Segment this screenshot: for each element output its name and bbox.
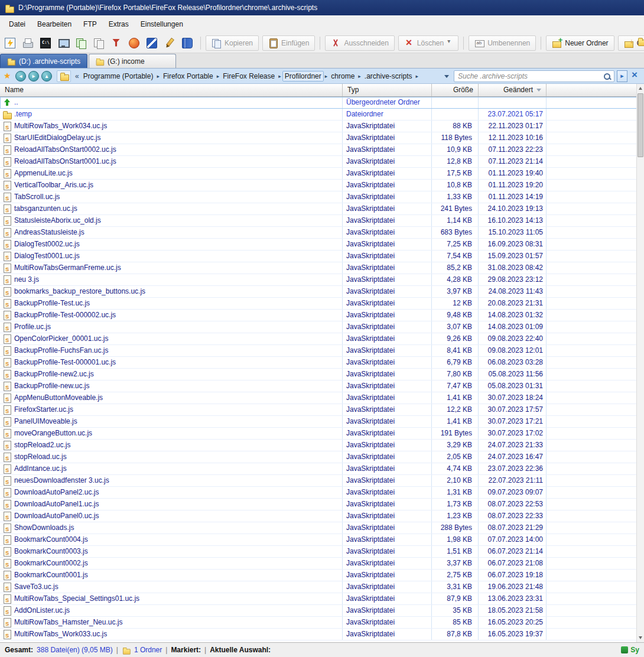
table-row[interactable]: OpenColorPicker_00001.uc.js JavaSkriptda… <box>0 333 644 345</box>
file-modified <box>479 97 547 108</box>
table-row[interactable]: StatusleisteAborix.uc_old.js JavaSkriptd… <box>0 215 644 227</box>
table-row[interactable]: BackupProfile-FuchsFan.uc.js JavaSkriptd… <box>0 345 644 357</box>
table-row[interactable]: ShowDownloads.js JavaSkriptdatei 288 Byt… <box>0 522 644 534</box>
filter-button[interactable] <box>109 35 124 51</box>
table-row[interactable]: BackupProfile-Test-000002.uc.js JavaSkri… <box>0 310 644 321</box>
table-row[interactable]: AppMenuButtonMoveable.js JavaSkriptdatei… <box>0 392 644 404</box>
table-row[interactable]: Profile.uc.js JavaSkriptdatei 3,07 KB 14… <box>0 321 644 333</box>
table-row[interactable]: .temp Dateiordner 23.07.2021 05:17 <box>0 109 644 121</box>
table-row[interactable]: ReloadAllTabsOnStart0002.uc.js JavaSkrip… <box>0 144 644 156</box>
table-row[interactable]: BackupProfile-new.uc.js JavaSkriptdatei … <box>0 380 644 392</box>
tab-label: (G:) income <box>108 57 145 66</box>
breadcrumb-item-programme-portable[interactable]: Programme (Portable) <box>81 71 156 82</box>
breadcrumb-item-firefox-release[interactable]: FireFox Release <box>220 71 277 82</box>
table-row[interactable]: DialogTest0001.uc.js JavaSkriptdatei 7,5… <box>0 251 644 262</box>
menu-item-ftp[interactable]: FTP <box>78 18 102 31</box>
table-row[interactable]: BookmarkCount0002.js JavaSkriptdatei 3,3… <box>0 558 644 570</box>
back-button[interactable] <box>15 71 26 82</box>
table-row[interactable]: stopReload.uc.js JavaSkriptdatei 2,05 KB… <box>0 451 644 463</box>
table-row[interactable]: neu 3.js JavaSkriptdatei 4,28 KB 29.08.2… <box>0 274 644 286</box>
search-input[interactable] <box>454 71 614 82</box>
row-filler <box>547 298 644 309</box>
table-row[interactable]: BackupProfile-new2.uc.js JavaSkriptdatei… <box>0 369 644 380</box>
table-row[interactable]: BackupProfile-Test.uc.js JavaSkriptdatei… <box>0 298 644 310</box>
file-type: JavaSkriptdatei <box>343 321 432 333</box>
table-row[interactable]: DialogTest0002.uc.js JavaSkriptdatei 7,2… <box>0 239 644 251</box>
table-row[interactable]: BookmarkCount0004.js JavaSkriptdatei 1,9… <box>0 534 644 546</box>
scrollbar-thumb[interactable] <box>638 93 643 157</box>
archive-button[interactable] <box>180 35 195 51</box>
print-button[interactable] <box>20 35 35 51</box>
table-row[interactable]: FirefoxStarter.uc.js JavaSkriptdatei 12,… <box>0 404 644 416</box>
einf-gen-button[interactable]: Einfügen <box>262 35 315 51</box>
column-header-name[interactable]: Name <box>0 84 343 96</box>
breadcrumb-item-archive-scripts[interactable]: .archive-scripts <box>362 71 415 82</box>
table-row[interactable]: tabsganzunten.uc.js JavaSkriptdatei 241 … <box>0 203 644 215</box>
table-row[interactable]: stopReload2.uc.js JavaSkriptdatei 3,29 K… <box>0 440 644 451</box>
menu-item-einstellungen[interactable]: Einstellungen <box>135 18 188 31</box>
breadcrumb-item-profilordner[interactable]: Profilordner <box>282 71 324 82</box>
button-label: Löschen <box>417 39 444 47</box>
breadcrumb-item-chrome[interactable]: chrome <box>328 71 357 82</box>
current-folder-button[interactable] <box>57 70 71 82</box>
table-row[interactable]: DownloadAutoPanel2.uc.js JavaSkriptdatei… <box>0 487 644 499</box>
scroll-up-button[interactable] <box>637 84 644 93</box>
table-row[interactable]: AndreasStatusleiste.js JavaSkriptdatei 6… <box>0 227 644 239</box>
ausschneiden-button[interactable]: Ausschneiden <box>325 35 394 51</box>
table-row[interactable]: DownloadAutoPanel0.uc.js JavaSkriptdatei… <box>0 510 644 522</box>
table-row[interactable]: .. Übergeordneter Ordner <box>0 97 644 109</box>
console-button[interactable] <box>38 35 53 51</box>
sync-button[interactable] <box>2 35 18 51</box>
table-row[interactable]: VerticalToolbar_Aris.uc.js JavaSkriptdat… <box>0 180 644 191</box>
table-row[interactable]: MultiRowTabsGermanFreme.uc.js JavaSkript… <box>0 262 644 274</box>
copy-layout-button[interactable] <box>73 35 89 51</box>
table-row[interactable]: AppmenuLite.uc.js JavaSkriptdatei 17,5 K… <box>0 168 644 180</box>
tab-d-archive-scripts[interactable]: (D:) .archive-scripts <box>0 54 87 68</box>
umbenennen-button[interactable]: Umbenennen <box>469 35 536 51</box>
screen-button[interactable] <box>56 35 71 51</box>
table-row[interactable]: BookmarkCount0003.js JavaSkriptdatei 1,5… <box>0 546 644 558</box>
table-row[interactable]: BackupProfile-Test-000001.uc.js JavaSkri… <box>0 357 644 369</box>
vertical-scrollbar[interactable] <box>636 84 644 642</box>
neuer-ordner-button[interactable]: Neuer Ordner <box>546 35 614 51</box>
filter-close-button[interactable] <box>630 70 640 82</box>
edit-button[interactable] <box>162 35 177 51</box>
table-row[interactable]: MultiRowTabs_Special_Settings01.uc.js Ja… <box>0 593 644 605</box>
table-row[interactable]: AddIntance.uc.js JavaSkriptdatei 4,74 KB… <box>0 463 644 475</box>
menu-item-extras[interactable]: Extras <box>103 18 134 31</box>
search-go-button[interactable] <box>617 70 627 82</box>
forward-button[interactable] <box>28 71 39 82</box>
favorites-star-icon[interactable] <box>4 71 13 81</box>
flag-button[interactable] <box>144 35 160 51</box>
layout-button[interactable] <box>91 35 106 51</box>
column-header-type[interactable]: Typ <box>343 84 432 96</box>
breadcrumb-separator-icon: ▸ <box>155 73 161 79</box>
table-row[interactable]: bookmarks_backup_restore_buttons.uc.js J… <box>0 286 644 298</box>
browser-button[interactable] <box>126 35 142 51</box>
table-row[interactable]: MultiRowTabs_Work033.uc.js JavaSkriptdat… <box>0 629 644 640</box>
table-row[interactable]: BookmarkCount0001.js JavaSkriptdatei 2,7… <box>0 570 644 581</box>
breadcrumb-dropdown[interactable] <box>442 71 451 82</box>
table-row[interactable]: neuesDownloadfenster 3.uc.js JavaSkriptd… <box>0 475 644 487</box>
table-row[interactable]: SaveTo3.uc.js JavaSkriptdatei 3,31 KB 19… <box>0 581 644 593</box>
menu-item-datei[interactable]: Datei <box>4 18 31 31</box>
table-row[interactable]: MultiRowTabs_Work034.uc.js JavaSkriptdat… <box>0 121 644 132</box>
table-row[interactable]: PanelUIMoveable.js JavaSkriptdatei 1,41 … <box>0 416 644 428</box>
table-row[interactable]: DownloadAutoPanel1.uc.js JavaSkriptdatei… <box>0 499 644 510</box>
l-schen-button[interactable]: Löschen <box>398 35 458 51</box>
table-row[interactable]: AddOnLister.uc.js JavaSkriptdatei 35 KB … <box>0 605 644 617</box>
tab-g-income[interactable]: (G:) income <box>89 54 176 68</box>
table-row[interactable]: TabScroll.uc.js JavaSkriptdatei 1,33 KB … <box>0 191 644 203</box>
table-row[interactable]: moveOrangeButton.uc.js JavaSkriptdatei 1… <box>0 428 644 440</box>
column-header-size[interactable]: Größe <box>432 84 479 96</box>
scroll-down-button[interactable] <box>637 633 644 642</box>
table-row[interactable]: StarUIEditDialogDelay.uc.js JavaSkriptda… <box>0 132 644 144</box>
table-row[interactable]: MultiRowTabs_Hamster_Neu.uc.js JavaSkrip… <box>0 617 644 629</box>
column-header-modified[interactable]: Geändert <box>479 84 547 96</box>
search-icon[interactable] <box>603 73 612 81</box>
up-button[interactable] <box>41 71 52 82</box>
breadcrumb-item-firefox-portable[interactable]: Firefox Portable <box>161 71 216 82</box>
table-row[interactable]: ReloadAllTabsOnStart0001.uc.js JavaSkrip… <box>0 156 644 168</box>
kopieren-button[interactable]: Kopieren <box>206 35 259 51</box>
menu-item-bearbeiten[interactable]: Bearbeiten <box>32 18 77 31</box>
